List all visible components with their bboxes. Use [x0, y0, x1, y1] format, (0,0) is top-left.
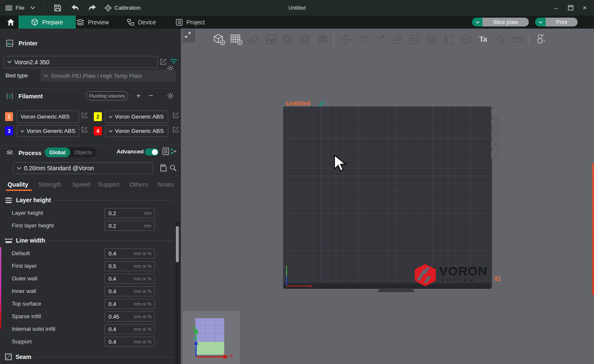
line-width-inner-wall-input[interactable]: 0.4mm or % — [104, 286, 155, 296]
arrange-button[interactable] — [262, 32, 279, 47]
tab-speed[interactable]: Speed — [72, 179, 90, 190]
line-width-sparse-infill-input[interactable]: 0.45mm or % — [104, 311, 155, 322]
scope-global-button[interactable]: Global — [45, 148, 70, 157]
advanced-toggle[interactable] — [145, 148, 159, 156]
close-button[interactable]: × — [578, 0, 592, 16]
object-mini-preview[interactable]: y z x — [183, 311, 240, 364]
setting-value: 0.4 — [109, 251, 116, 257]
variable-layer-height-button[interactable] — [440, 32, 457, 47]
filament-1-select[interactable]: Voron Generic ABS — [17, 111, 79, 123]
slice-plate-button[interactable]: Slice plate — [472, 18, 529, 26]
split-to-objects-button[interactable] — [406, 32, 423, 47]
measure-button[interactable] — [509, 32, 526, 47]
lay-on-face-button[interactable] — [388, 32, 406, 47]
setting-value: 0.4 — [109, 326, 116, 332]
assembly-view-button[interactable] — [532, 32, 549, 47]
tab-strength[interactable]: Strength — [38, 179, 61, 190]
parameter-table-button[interactable] — [162, 148, 169, 155]
filament-4-swatch[interactable]: 4 — [94, 127, 102, 135]
layers-stack-button[interactable] — [314, 32, 331, 47]
filament-3-select[interactable]: Voron Generic ABS — [17, 125, 79, 137]
edit-filament-4-button[interactable] — [172, 127, 179, 133]
collapse-panel-button[interactable]: » « — [183, 29, 195, 42]
line-width-first-layer-input[interactable]: 0.5mm or % — [104, 261, 155, 271]
axis-y-label: y — [193, 324, 196, 330]
home-button[interactable] — [3, 16, 18, 29]
filament-3-swatch[interactable]: 3 — [5, 127, 13, 135]
filament-settings-button[interactable] — [167, 92, 174, 100]
tab-project[interactable]: Project — [176, 16, 205, 29]
section-title: Seam — [16, 353, 31, 360]
printer-select[interactable]: Voron2.4 350 — [3, 56, 158, 68]
chevron-down-icon — [20, 130, 24, 132]
chevron-down-icon — [17, 167, 21, 170]
color-paint-button[interactable] — [492, 32, 509, 47]
slice-options-dropdown[interactable] — [472, 18, 483, 26]
setting-unit: mm or % — [134, 289, 151, 294]
printer-connection-button[interactable] — [170, 58, 178, 64]
first-layer-height-input[interactable]: 0.2 mm — [104, 221, 155, 231]
tab-support[interactable]: Support — [98, 179, 119, 190]
copy-objects-button[interactable]: 0 — [279, 32, 297, 47]
rotate-button[interactable] — [354, 32, 371, 47]
tab-device[interactable]: Device — [127, 16, 156, 29]
filament-icon — [6, 92, 13, 100]
tab-notes[interactable]: Notes — [158, 179, 174, 190]
add-plate-button[interactable] — [228, 32, 245, 47]
orient-plate-button[interactable] — [491, 119, 500, 127]
line-width-top-surface-input[interactable]: 0.4mm or % — [104, 299, 155, 309]
workflow-icon — [170, 148, 177, 155]
scale-button[interactable] — [371, 32, 388, 47]
tab-preview[interactable]: Preview — [77, 16, 109, 29]
minimize-button[interactable]: – — [549, 0, 563, 16]
filament-1-swatch[interactable]: 1 — [5, 112, 13, 121]
tab-quality[interactable]: Quality — [8, 179, 28, 190]
tab-others[interactable]: Others — [130, 179, 148, 190]
layer-height-input[interactable]: 0.2 mm — [104, 208, 155, 218]
save-preset-button[interactable] — [160, 164, 167, 171]
section-line-width: Line width — [0, 236, 175, 245]
search-settings-button[interactable] — [170, 164, 177, 171]
plate-settings-button[interactable] — [491, 150, 500, 159]
process-workflow-button[interactable] — [170, 148, 177, 155]
arrange-plate-button[interactable] — [491, 129, 500, 138]
filament-4-select[interactable]: Voron Generic ABS — [105, 125, 168, 137]
text-tool-button[interactable]: Ta — [475, 32, 492, 47]
lock-plate-button[interactable] — [491, 140, 500, 148]
edit-filament-2-button[interactable] — [172, 112, 179, 119]
edit-filament-1-button[interactable] — [81, 112, 88, 119]
settings-scrollbar-thumb[interactable] — [176, 226, 179, 262]
line-width-internal-solid-input[interactable]: 0.4mm or % — [104, 324, 155, 334]
print-button[interactable]: Print — [535, 18, 578, 26]
move-button[interactable] — [337, 32, 354, 47]
line-width-default-input[interactable]: 0.4mm or % — [104, 248, 155, 258]
remove-filament-button[interactable]: − — [147, 92, 155, 100]
flushing-volumes-button[interactable]: Flushing volumes — [86, 91, 128, 100]
home-icon — [7, 19, 14, 26]
section-divider — [35, 357, 172, 357]
bed-type-select[interactable]: Smooth PEI Plate / High Temp Plate — [40, 70, 176, 82]
edit-filament-3-button[interactable] — [81, 127, 88, 133]
line-width-outer-wall-input[interactable]: 0.4mm or % — [104, 274, 155, 284]
plate-orient-icon — [493, 121, 498, 126]
build-plate[interactable] — [283, 106, 492, 289]
split-to-parts-button[interactable] — [423, 32, 440, 47]
mesh-boolean-button[interactable] — [457, 32, 475, 47]
title-bar: File Calibration Untitled – × — [0, 0, 594, 16]
maximize-button[interactable] — [563, 0, 578, 16]
setting-value: 0.2 — [109, 210, 116, 216]
tab-prepare[interactable]: Prepare — [19, 16, 76, 29]
scope-objects-button[interactable]: Objects — [70, 150, 96, 156]
rename-plate-button[interactable] — [319, 101, 324, 106]
paste-objects-button[interactable]: P — [297, 32, 314, 47]
edit-printer-button[interactable] — [160, 58, 167, 65]
auto-orient-button[interactable] — [245, 32, 262, 47]
filament-2-select[interactable]: Voron Generic ABS — [105, 111, 168, 123]
process-preset-select[interactable]: 0.20mm Standard @Voron — [13, 162, 153, 174]
add-filament-button[interactable]: + — [135, 92, 142, 100]
line-width-support-input[interactable]: 0.4mm or % — [104, 337, 155, 347]
add-object-button[interactable] — [210, 32, 228, 47]
print-options-dropdown[interactable] — [535, 18, 546, 26]
filament-2-swatch[interactable]: 2 — [94, 112, 102, 121]
delete-plate-button[interactable] — [491, 108, 500, 117]
